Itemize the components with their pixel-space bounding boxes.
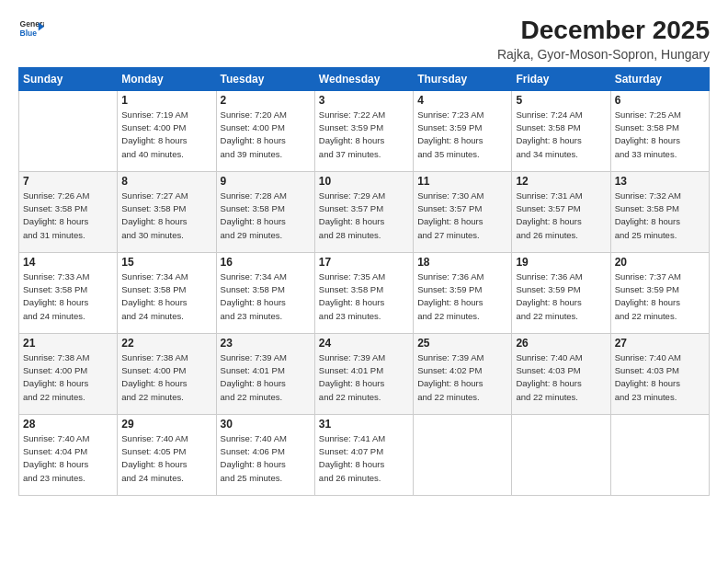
- day-info: Sunrise: 7:26 AMSunset: 3:58 PMDaylight:…: [23, 190, 113, 242]
- day-cell: 23Sunrise: 7:39 AMSunset: 4:01 PMDayligh…: [216, 333, 314, 414]
- day-info: Sunrise: 7:33 AMSunset: 3:58 PMDaylight:…: [23, 270, 113, 323]
- day-info: Sunrise: 7:39 AMSunset: 4:01 PMDaylight:…: [319, 351, 409, 404]
- day-number: 12: [516, 175, 606, 188]
- day-number: 29: [121, 418, 211, 431]
- header: General Blue December 2025 Rajka, Gyor-M…: [18, 17, 710, 62]
- day-number: 23: [221, 337, 311, 350]
- day-cell: 25Sunrise: 7:39 AMSunset: 4:02 PMDayligh…: [414, 333, 512, 414]
- day-cell: 30Sunrise: 7:40 AMSunset: 4:06 PMDayligh…: [216, 414, 314, 495]
- day-cell: 22Sunrise: 7:38 AMSunset: 4:00 PMDayligh…: [118, 333, 216, 414]
- day-info: Sunrise: 7:38 AMSunset: 4:00 PMDaylight:…: [121, 351, 211, 404]
- day-number: 27: [615, 337, 705, 350]
- day-number: 26: [516, 337, 606, 350]
- day-cell: 16Sunrise: 7:34 AMSunset: 3:58 PMDayligh…: [216, 252, 314, 333]
- day-info: Sunrise: 7:39 AMSunset: 4:01 PMDaylight:…: [221, 351, 311, 404]
- day-number: 31: [319, 418, 409, 431]
- day-number: 9: [221, 175, 311, 188]
- day-info: Sunrise: 7:41 AMSunset: 4:07 PMDaylight:…: [319, 432, 409, 485]
- day-cell: 8Sunrise: 7:27 AMSunset: 3:58 PMDaylight…: [118, 171, 216, 252]
- day-number: 30: [221, 418, 311, 431]
- day-cell: 28Sunrise: 7:40 AMSunset: 4:04 PMDayligh…: [19, 414, 118, 495]
- day-number: 7: [23, 175, 113, 188]
- day-info: Sunrise: 7:23 AMSunset: 3:59 PMDaylight:…: [417, 109, 507, 161]
- day-cell: 14Sunrise: 7:33 AMSunset: 3:58 PMDayligh…: [19, 252, 118, 333]
- day-info: Sunrise: 7:36 AMSunset: 3:59 PMDaylight:…: [417, 270, 507, 323]
- week-row-3: 14Sunrise: 7:33 AMSunset: 3:58 PMDayligh…: [19, 252, 710, 333]
- day-number: 8: [121, 175, 211, 188]
- day-info: Sunrise: 7:40 AMSunset: 4:05 PMDaylight:…: [121, 432, 211, 485]
- day-number: 19: [516, 256, 606, 269]
- weekday-tuesday: Tuesday: [216, 67, 314, 90]
- logo-icon: General Blue: [18, 17, 44, 42]
- logo: General Blue: [18, 17, 44, 42]
- weekday-friday: Friday: [512, 67, 610, 90]
- day-cell: 15Sunrise: 7:34 AMSunset: 3:58 PMDayligh…: [118, 252, 216, 333]
- page: General Blue December 2025 Rajka, Gyor-M…: [0, 0, 728, 563]
- day-cell: 31Sunrise: 7:41 AMSunset: 4:07 PMDayligh…: [314, 414, 413, 495]
- day-number: 14: [23, 256, 113, 269]
- day-cell: [512, 414, 610, 495]
- day-cell: [19, 90, 118, 171]
- week-row-1: 1Sunrise: 7:19 AMSunset: 4:00 PMDaylight…: [19, 90, 710, 171]
- weekday-header-row: SundayMondayTuesdayWednesdayThursdayFrid…: [19, 67, 710, 90]
- day-number: 11: [417, 175, 507, 188]
- day-number: 16: [221, 256, 311, 269]
- day-number: 1: [121, 94, 211, 107]
- svg-text:Blue: Blue: [20, 29, 38, 38]
- day-number: 22: [121, 337, 211, 350]
- day-info: Sunrise: 7:40 AMSunset: 4:04 PMDaylight:…: [23, 432, 113, 485]
- week-row-2: 7Sunrise: 7:26 AMSunset: 3:58 PMDaylight…: [19, 171, 710, 252]
- day-info: Sunrise: 7:40 AMSunset: 4:03 PMDaylight:…: [516, 351, 606, 404]
- day-cell: 24Sunrise: 7:39 AMSunset: 4:01 PMDayligh…: [314, 333, 413, 414]
- day-number: 13: [615, 175, 705, 188]
- day-number: 5: [516, 94, 606, 107]
- day-info: Sunrise: 7:34 AMSunset: 3:58 PMDaylight:…: [121, 270, 211, 323]
- day-cell: 10Sunrise: 7:29 AMSunset: 3:57 PMDayligh…: [314, 171, 413, 252]
- weekday-saturday: Saturday: [610, 67, 709, 90]
- day-cell: [414, 414, 512, 495]
- day-cell: 27Sunrise: 7:40 AMSunset: 4:03 PMDayligh…: [610, 333, 709, 414]
- day-info: Sunrise: 7:24 AMSunset: 3:58 PMDaylight:…: [516, 109, 606, 161]
- day-cell: 3Sunrise: 7:22 AMSunset: 3:59 PMDaylight…: [314, 90, 413, 171]
- day-info: Sunrise: 7:38 AMSunset: 4:00 PMDaylight:…: [23, 351, 113, 404]
- day-number: 17: [319, 256, 409, 269]
- day-number: 6: [615, 94, 705, 107]
- day-cell: 21Sunrise: 7:38 AMSunset: 4:00 PMDayligh…: [19, 333, 118, 414]
- day-cell: 4Sunrise: 7:23 AMSunset: 3:59 PMDaylight…: [414, 90, 512, 171]
- day-number: 28: [23, 418, 113, 431]
- day-info: Sunrise: 7:39 AMSunset: 4:02 PMDaylight:…: [417, 351, 507, 404]
- day-number: 24: [319, 337, 409, 350]
- day-info: Sunrise: 7:32 AMSunset: 3:58 PMDaylight:…: [615, 190, 705, 242]
- day-cell: 20Sunrise: 7:37 AMSunset: 3:59 PMDayligh…: [610, 252, 709, 333]
- day-cell: 7Sunrise: 7:26 AMSunset: 3:58 PMDaylight…: [19, 171, 118, 252]
- day-number: 15: [121, 256, 211, 269]
- calendar-table: SundayMondayTuesdayWednesdayThursdayFrid…: [18, 67, 710, 496]
- day-cell: 26Sunrise: 7:40 AMSunset: 4:03 PMDayligh…: [512, 333, 610, 414]
- weekday-wednesday: Wednesday: [314, 67, 413, 90]
- day-number: 25: [417, 337, 507, 350]
- day-info: Sunrise: 7:36 AMSunset: 3:59 PMDaylight:…: [516, 270, 606, 323]
- day-number: 18: [417, 256, 507, 269]
- day-number: 3: [319, 94, 409, 107]
- day-cell: 19Sunrise: 7:36 AMSunset: 3:59 PMDayligh…: [512, 252, 610, 333]
- day-cell: 9Sunrise: 7:28 AMSunset: 3:58 PMDaylight…: [216, 171, 314, 252]
- weekday-thursday: Thursday: [414, 67, 512, 90]
- title-area: December 2025 Rajka, Gyor-Moson-Sopron, …: [497, 17, 710, 62]
- week-row-5: 28Sunrise: 7:40 AMSunset: 4:04 PMDayligh…: [19, 414, 710, 495]
- day-info: Sunrise: 7:25 AMSunset: 3:58 PMDaylight:…: [615, 109, 705, 161]
- day-info: Sunrise: 7:35 AMSunset: 3:58 PMDaylight:…: [319, 270, 409, 323]
- day-cell: 18Sunrise: 7:36 AMSunset: 3:59 PMDayligh…: [414, 252, 512, 333]
- weekday-monday: Monday: [118, 67, 216, 90]
- day-cell: [610, 414, 709, 495]
- weekday-sunday: Sunday: [19, 67, 118, 90]
- day-info: Sunrise: 7:19 AMSunset: 4:00 PMDaylight:…: [121, 109, 211, 161]
- day-number: 20: [615, 256, 705, 269]
- day-cell: 2Sunrise: 7:20 AMSunset: 4:00 PMDaylight…: [216, 90, 314, 171]
- day-cell: 11Sunrise: 7:30 AMSunset: 3:57 PMDayligh…: [414, 171, 512, 252]
- day-info: Sunrise: 7:22 AMSunset: 3:59 PMDaylight:…: [319, 109, 409, 161]
- day-cell: 1Sunrise: 7:19 AMSunset: 4:00 PMDaylight…: [118, 90, 216, 171]
- day-info: Sunrise: 7:31 AMSunset: 3:57 PMDaylight:…: [516, 190, 606, 242]
- day-number: 4: [417, 94, 507, 107]
- day-number: 2: [221, 94, 311, 107]
- day-cell: 6Sunrise: 7:25 AMSunset: 3:58 PMDaylight…: [610, 90, 709, 171]
